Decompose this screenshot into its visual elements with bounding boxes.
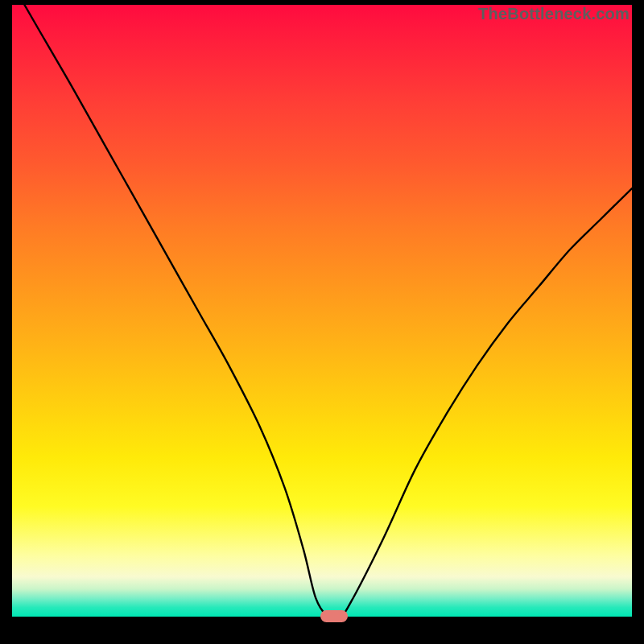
plot-area — [12, 5, 632, 617]
watermark-text: TheBottleneck.com — [478, 5, 630, 23]
curve-path — [24, 5, 632, 617]
chart-frame: TheBottleneck.com — [0, 0, 644, 644]
optimum-marker — [320, 610, 348, 622]
bottleneck-curve — [12, 5, 632, 617]
